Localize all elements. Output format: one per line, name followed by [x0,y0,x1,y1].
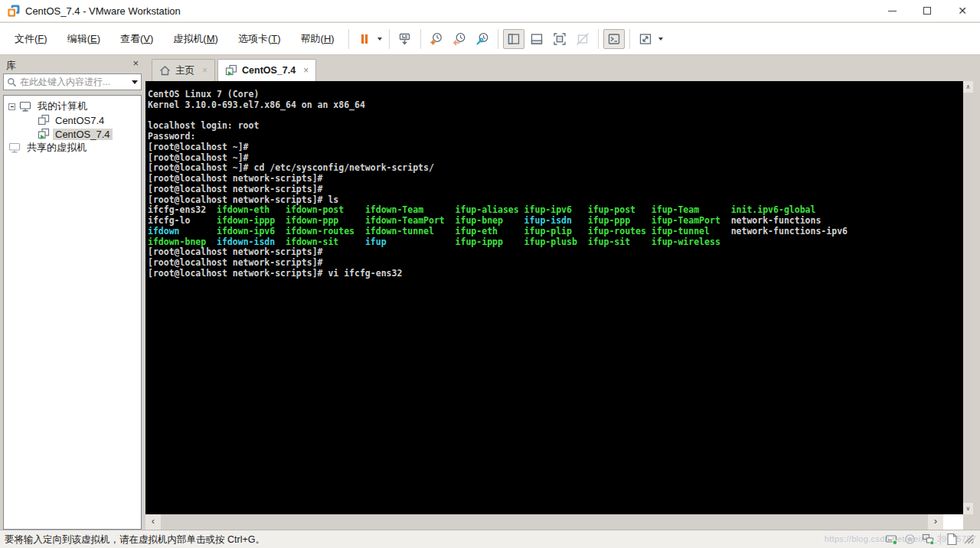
terminal-text: ifup-ippp [456,236,524,247]
tab-strip: 主页×CentOS_7.4× [145,55,980,81]
terminal-text: ifdown-post [286,204,365,215]
unity-mode-button[interactable] [572,29,593,49]
terminal-text: ifup-plusb [524,236,588,247]
library-search [3,73,142,90]
terminal-line [148,111,963,122]
terminal-text: ifup-wireless [652,236,720,247]
terminal-line: ifcfg-lo ifdown-ippp ifdown-ppp ifdown-T… [148,216,963,227]
terminal-line: ifcfg-ens32 ifdown-eth ifdown-post ifdow… [148,205,963,216]
menu-item[interactable]: 查看(V) [110,23,163,55]
terminal-line: [root@localhost network-scripts]# ls [148,195,963,206]
vertical-scrollbar[interactable]: ∧ ∨ [963,81,973,514]
message-log-icon[interactable] [946,533,958,546]
terminal-text: init.ipv6-global [731,204,816,215]
tab-主页[interactable]: 主页× [152,59,215,81]
terminal-line: Kernel 3.10.0-693.el7.x86_64 on an x86_6… [148,100,963,111]
terminal-text: ifdown-routes [286,226,365,236]
terminal-text: ifup-eth [456,226,524,236]
revert-snapshot-button[interactable] [449,29,470,49]
status-message: 要将输入定向到该虚拟机，请在虚拟机内部单击或按 Ctrl+G。 [5,533,265,546]
menu-item[interactable]: 编辑(E) [57,23,110,55]
tab-close-icon[interactable]: × [202,65,207,76]
toolbar-separator [348,29,349,49]
terminal-text: ifdown-bnep [148,236,217,247]
terminal-text: [root@localhost network-scripts]# ls [148,194,338,205]
sidebar-item-CentOS_7.4[interactable]: CentOS_7.4 [4,127,141,141]
terminal-text: CentOS Linux 7 (Core) [148,89,259,99]
network-adapter-icon[interactable] [922,533,935,546]
manage-snapshots-button[interactable] [472,29,493,49]
shared-icon [8,142,21,154]
console-view-button[interactable] [603,29,625,49]
terminal-line: [root@localhost ~]# [148,153,963,164]
tree-item-label: 我的计算机 [35,99,90,113]
terminal-text: ifdown-isdn [217,236,286,247]
cd-rom-icon[interactable] [903,533,916,546]
show-thumbnails-button[interactable] [526,29,547,49]
show-library-button[interactable] [503,29,524,49]
ctrl-alt-del-button[interactable] [394,29,416,49]
hard-disk-icon[interactable] [885,533,898,546]
scroll-left-icon[interactable]: ‹ [145,514,161,530]
ctrl-alt-del-icon [397,31,413,47]
pause-icon [357,31,372,47]
maximize-button[interactable] [910,0,945,21]
sidebar-item-CentOS7.4[interactable]: CentOS7.4 [4,113,141,127]
terminal-line: ifdown-bnep ifdown-isdn ifdown-sit ifup … [148,237,963,248]
revert-snapshot-icon [452,31,467,47]
search-dropdown-icon[interactable] [132,80,138,84]
terminal-text: ifdown-TeamPort [365,215,456,226]
vm-running-icon [225,64,237,77]
collapse-icon[interactable] [8,103,15,110]
resize-grip[interactable] [963,533,975,545]
menu-item[interactable]: 虚拟机(M) [163,23,228,55]
terminal-line: [root@localhost network-scripts]# [148,184,963,195]
tab-close-icon[interactable]: × [303,65,309,76]
home-icon [159,65,171,77]
terminal-line: [root@localhost ~]# [148,142,963,153]
terminal-text: network-functions [731,215,822,226]
terminal-text: ifup-aliases [456,204,524,215]
terminal-text: ifup-plip [524,226,588,236]
terminal-text: ifdown-eth [217,204,286,215]
terminal-text: [root@localhost network-scripts]# [148,246,322,257]
terminal-text: ifup-ipv6 [524,204,588,215]
library-close-icon[interactable]: × [132,57,139,69]
menu-item[interactable]: 选项卡(T) [228,23,291,55]
terminal-text: ifup [365,236,456,247]
toolbar-separator [629,29,630,49]
minimize-button[interactable] [874,0,910,21]
tab-label: CentOS_7.4 [242,65,296,76]
terminal-text: ifdown-ippp [217,215,286,226]
dropdown-arrow-icon[interactable] [658,38,663,41]
terminal-text: ifup-Team [652,204,731,215]
scroll-up-icon[interactable]: ∧ [963,81,973,93]
menu-item[interactable]: 帮助(H) [291,23,345,55]
library-panel: 库 × 我的计算机CentOS7.4CentOS_7.4共享的虚拟机 [0,55,145,530]
fit-guest-button[interactable] [635,29,656,49]
sidebar-item-我的计算机[interactable]: 我的计算机 [4,99,141,113]
horizontal-scrollbar[interactable]: ‹ › [145,514,943,530]
terminal-line: [root@localhost network-scripts]# [148,174,963,184]
dropdown-arrow-icon[interactable] [377,38,382,41]
menu-item[interactable]: 文件(F) [5,23,57,55]
terminal-text: ifdown-Team [365,204,456,215]
search-input[interactable] [20,77,132,87]
sidebar-item-共享的虚拟机[interactable]: 共享的虚拟机 [4,141,141,155]
fit-guest-icon [638,31,653,47]
pause-button[interactable] [354,29,375,49]
terminal-text: ifup-ppp [588,215,652,226]
tree-item-label: 共享的虚拟机 [24,141,89,155]
scroll-right-icon[interactable]: › [928,514,943,530]
tab-CentOS_7.4[interactable]: CentOS_7.4× [217,59,316,81]
terminal-text: ifcfg-lo [148,215,217,226]
terminal-line: [root@localhost network-scripts]# [148,258,963,269]
terminal-text: [root@localhost network-scripts]# [148,257,322,268]
take-snapshot-button[interactable] [426,29,447,49]
library-title: 库 [6,59,16,73]
guest-console-screen[interactable]: CentOS Linux 7 (Core)Kernel 3.10.0-693.e… [145,81,963,514]
fullscreen-button[interactable] [549,29,570,49]
close-button[interactable]: ✕ [945,0,980,21]
scroll-down-icon[interactable]: ∨ [963,503,973,514]
terminal-text: ifup-bnep [456,215,524,226]
